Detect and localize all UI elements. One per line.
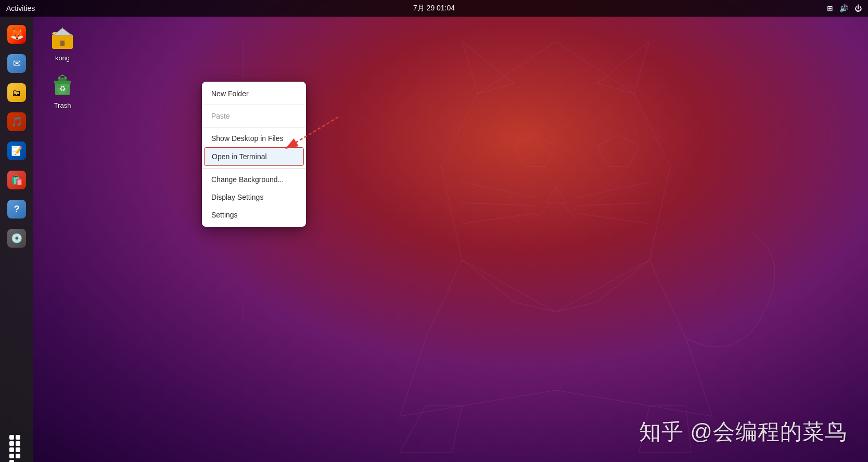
svg-marker-0 bbox=[441, 42, 670, 312]
svg-marker-3 bbox=[514, 135, 556, 166]
topbar-right: ⊞ 🔊 ⏻ bbox=[827, 4, 862, 12]
svg-marker-14 bbox=[400, 260, 712, 416]
sidebar-item-mail[interactable]: ✉ bbox=[3, 50, 30, 77]
kong-label: kong bbox=[55, 54, 70, 62]
svg-line-6 bbox=[535, 203, 551, 219]
svg-text:♻: ♻ bbox=[59, 84, 66, 93]
svg-line-10 bbox=[462, 213, 535, 224]
sidebar-item-firefox[interactable]: 🦊 bbox=[3, 21, 30, 48]
cat-wireframe bbox=[244, 0, 868, 462]
topbar-left: Activities bbox=[6, 4, 35, 12]
svg-marker-5 bbox=[545, 187, 566, 203]
svg-marker-2 bbox=[597, 42, 649, 94]
menu-item-settings[interactable]: Settings bbox=[202, 206, 306, 224]
kong-icon bbox=[49, 25, 76, 52]
topbar: Activities 7月 29 01:04 ⊞ 🔊 ⏻ bbox=[0, 0, 868, 17]
menu-item-show-desktop[interactable]: Show Desktop in Files bbox=[202, 130, 306, 147]
sidebar-item-dvd[interactable]: 💿 bbox=[3, 225, 30, 252]
desktop-background bbox=[0, 0, 868, 462]
topbar-datetime[interactable]: 7月 29 01:04 bbox=[413, 4, 455, 13]
desktop-icons: kong ♻ Trash bbox=[42, 25, 83, 109]
svg-marker-1 bbox=[462, 42, 514, 94]
menu-item-open-terminal[interactable]: Open in Terminal bbox=[204, 147, 304, 166]
desktop-icon-kong[interactable]: kong bbox=[42, 25, 83, 62]
grid-icon bbox=[7, 433, 26, 452]
menu-item-new-folder[interactable]: New Folder bbox=[202, 85, 306, 102]
menu-item-paste[interactable]: Paste bbox=[202, 107, 306, 125]
files-icon: 🗂 bbox=[7, 83, 26, 102]
dvd-icon: 💿 bbox=[7, 229, 26, 248]
network-icon[interactable]: ⊞ bbox=[827, 4, 833, 12]
sidebar-item-writer[interactable]: 📝 bbox=[3, 137, 30, 164]
svg-rect-32 bbox=[58, 79, 67, 81]
sidebar-bottom bbox=[3, 429, 30, 456]
show-applications-button[interactable] bbox=[3, 429, 30, 456]
mail-icon: ✉ bbox=[7, 54, 26, 73]
menu-item-change-bg[interactable]: Change Background... bbox=[202, 171, 306, 188]
sidebar-item-appstore[interactable]: 🛍️ bbox=[3, 166, 30, 194]
svg-rect-28 bbox=[60, 41, 65, 46]
menu-separator-1 bbox=[202, 105, 306, 105]
svg-line-12 bbox=[577, 203, 649, 206]
menu-separator-3 bbox=[202, 168, 306, 169]
trash-label: Trash bbox=[54, 101, 71, 109]
menu-item-display-settings[interactable]: Display Settings bbox=[202, 188, 306, 206]
svg-marker-15 bbox=[400, 406, 462, 453]
svg-line-9 bbox=[462, 203, 535, 206]
appstore-icon: 🛍️ bbox=[7, 171, 26, 189]
context-menu: New Folder Paste Show Desktop in Files O… bbox=[202, 82, 306, 227]
volume-icon[interactable]: 🔊 bbox=[839, 4, 848, 12]
activities-button[interactable]: Activities bbox=[6, 4, 35, 12]
power-icon[interactable]: ⏻ bbox=[854, 4, 862, 12]
sidebar-item-help[interactable]: ? bbox=[3, 196, 30, 223]
svg-line-13 bbox=[577, 213, 649, 224]
svg-line-8 bbox=[462, 182, 535, 198]
sidebar: 🦊 ✉ 🗂 🎵 📝 🛍️ ? 💿 bbox=[0, 17, 33, 462]
sidebar-item-files[interactable]: 🗂 bbox=[3, 79, 30, 106]
help-icon: ? bbox=[7, 200, 26, 219]
svg-line-7 bbox=[561, 203, 577, 219]
watermark: 知乎 @会编程的菜鸟 bbox=[639, 417, 847, 446]
svg-line-11 bbox=[577, 182, 649, 198]
desktop-icon-trash[interactable]: ♻ Trash bbox=[42, 72, 83, 109]
menu-separator-2 bbox=[202, 127, 306, 127]
writer-icon: 📝 bbox=[7, 142, 26, 160]
sound-icon: 🎵 bbox=[7, 112, 26, 131]
sidebar-item-sound[interactable]: 🎵 bbox=[3, 108, 30, 135]
svg-marker-4 bbox=[597, 135, 639, 166]
firefox-icon: 🦊 bbox=[7, 25, 26, 44]
trash-icon: ♻ bbox=[49, 72, 76, 99]
